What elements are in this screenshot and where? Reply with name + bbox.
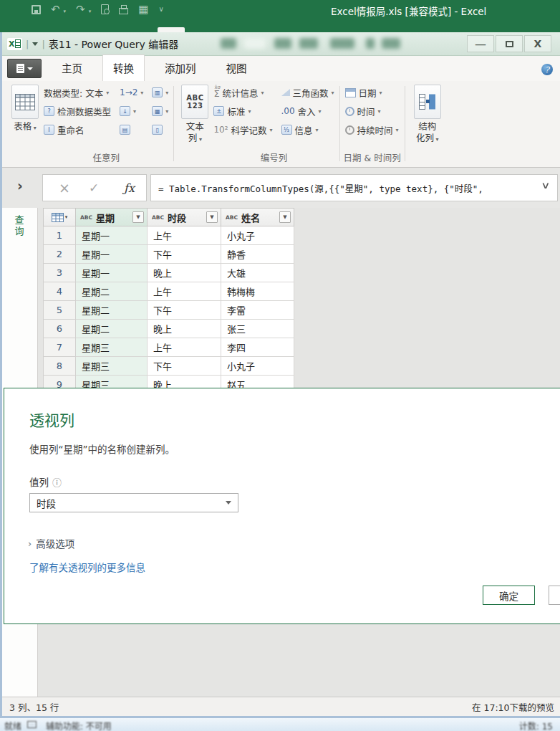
filter-dropdown-icon[interactable]: ▼: [279, 211, 291, 223]
advanced-options-toggle[interactable]: › 高级选项: [28, 536, 560, 550]
cell[interactable]: 上午: [148, 226, 221, 245]
detect-type-button[interactable]: ?检测数据类型: [42, 103, 112, 119]
formula-input[interactable]: = Table.TransformColumnTypes(源,{{"星期", t…: [150, 174, 558, 201]
cell[interactable]: 星期二: [76, 282, 148, 301]
column-header-period[interactable]: ABC 时段 ▼: [148, 208, 221, 226]
cell[interactable]: 星期三: [76, 338, 148, 357]
maximize-button[interactable]: [496, 35, 523, 52]
file-menu-button[interactable]: [7, 59, 42, 78]
file-menu-icon: [16, 64, 24, 73]
select-all-button[interactable]: ▾: [43, 208, 76, 226]
row-number[interactable]: 4: [43, 282, 76, 301]
minimize-button[interactable]: —: [467, 35, 494, 52]
cell[interactable]: 韩梅梅: [221, 282, 294, 301]
row-number[interactable]: 6: [43, 320, 76, 338]
cell[interactable]: 上午: [148, 338, 221, 357]
tab-transform[interactable]: 转换: [102, 54, 145, 81]
information-button[interactable]: ⅓信息▾: [280, 122, 336, 138]
cell[interactable]: 星期三: [76, 376, 148, 388]
data-type-button[interactable]: 数据类型: 文本▾: [42, 85, 112, 100]
pivot-column-button[interactable]: ▦▾: [150, 103, 170, 119]
column-header-weekday[interactable]: ABC 星期 ▼: [76, 208, 148, 226]
close-button[interactable]: X: [524, 35, 551, 52]
trigonometry-button[interactable]: 三角函数▾: [280, 85, 336, 100]
cell[interactable]: 小丸子: [221, 226, 294, 245]
cell[interactable]: 星期二: [76, 320, 148, 338]
scientific-button[interactable]: 10²科学记数▾: [212, 122, 274, 138]
cell[interactable]: 张三: [221, 320, 294, 338]
cell[interactable]: 赵五: [221, 376, 294, 388]
cell[interactable]: 星期三: [76, 357, 148, 376]
accept-formula-icon[interactable]: ✓: [89, 181, 99, 195]
cell[interactable]: 李雷: [221, 301, 294, 320]
undo-icon[interactable]: ↶: [51, 3, 60, 16]
row-number[interactable]: 7: [43, 338, 76, 357]
row-number[interactable]: 3: [43, 264, 76, 282]
redo-icon[interactable]: ↷: [76, 3, 85, 16]
print-settings-icon[interactable]: [119, 8, 128, 14]
cell[interactable]: 晚上: [148, 264, 221, 282]
redo-dropdown-icon[interactable]: ▾: [89, 9, 92, 16]
row-number[interactable]: 9: [43, 376, 76, 388]
rename-button[interactable]: I重命名: [42, 122, 112, 138]
cell[interactable]: 星期一: [76, 264, 148, 282]
expand-formula-chevron-icon[interactable]: ∨: [541, 180, 550, 191]
cell[interactable]: 星期一: [76, 245, 148, 264]
row-number[interactable]: 8: [43, 357, 76, 376]
blurred-blob: [366, 38, 375, 49]
help-icon[interactable]: ?: [541, 64, 553, 75]
fill-button[interactable]: ↓▾: [118, 103, 145, 119]
cell[interactable]: 下午: [148, 301, 221, 320]
value-column-select[interactable]: 时段: [29, 493, 238, 512]
titlebar-dropdown-icon[interactable]: [32, 42, 38, 46]
pq-window-title: 表11 - Power Query 编辑器: [49, 37, 179, 51]
cell[interactable]: 小丸子: [221, 357, 294, 376]
ok-button[interactable]: 确定: [483, 586, 535, 605]
cell[interactable]: 李四: [221, 338, 294, 357]
save-icon[interactable]: [32, 5, 41, 14]
tab-add-column[interactable]: 添加列: [155, 55, 206, 81]
structured-column-menu-button[interactable]: 结构化列: [409, 85, 446, 166]
cell[interactable]: 下午: [148, 245, 221, 264]
date-button[interactable]: 日期▾: [344, 85, 401, 100]
table-menu-button[interactable]: 表格: [8, 85, 42, 166]
cell[interactable]: 静香: [221, 245, 294, 264]
expand-queries-pane-arrow[interactable]: ›: [17, 178, 23, 194]
learn-more-link[interactable]: 了解有关透视列的更多信息: [29, 560, 145, 574]
cell[interactable]: 晚上: [148, 320, 221, 338]
row-number[interactable]: 5: [43, 301, 76, 320]
row-number[interactable]: 2: [43, 245, 76, 264]
time-button[interactable]: 时间▾: [344, 103, 401, 119]
table-borders-icon[interactable]: ▦: [138, 3, 148, 16]
move-button[interactable]: ▤: [118, 122, 145, 138]
cell[interactable]: 下午: [148, 357, 221, 376]
fill-icon: ↓: [120, 106, 130, 116]
unpivot-columns-button[interactable]: ▥▾: [150, 85, 170, 100]
undo-dropdown-icon[interactable]: ▾: [64, 9, 67, 16]
cell[interactable]: 星期二: [76, 301, 148, 320]
convert-to-list-button[interactable]: ▯: [150, 122, 170, 138]
print-preview-icon[interactable]: [101, 4, 109, 14]
cell[interactable]: 上午: [148, 282, 221, 301]
customize-qat-icon[interactable]: ∨: [158, 3, 163, 16]
chevron-right-icon: ›: [28, 538, 32, 549]
rounding-button[interactable]: .00舍入▾: [280, 103, 336, 119]
filter-dropdown-icon[interactable]: ▼: [206, 211, 218, 223]
cell[interactable]: 晚上: [148, 376, 221, 388]
tab-home[interactable]: 主页: [52, 55, 92, 81]
accessibility-status: 辅助功能: 不可用: [46, 720, 112, 731]
filter-dropdown-icon[interactable]: ▼: [132, 211, 144, 223]
replace-values-button[interactable]: 1→2▾: [118, 85, 145, 100]
row-number[interactable]: 1: [43, 226, 76, 245]
cancel-formula-icon[interactable]: ×: [59, 180, 70, 196]
tab-view[interactable]: 视图: [216, 55, 257, 81]
column-header-name[interactable]: ABC 姓名 ▼: [221, 208, 294, 226]
text-column-menu-button[interactable]: ABC123 文本列: [178, 85, 212, 166]
duration-button[interactable]: 持续时间▾: [344, 122, 401, 138]
statistics-button[interactable]: x̄σΣ统计信息▾: [212, 85, 274, 100]
cell[interactable]: 星期一: [76, 226, 148, 245]
chevron-down-icon: ▾: [248, 108, 251, 115]
cell[interactable]: 大雄: [221, 264, 294, 282]
standard-button[interactable]: ±标准▾: [212, 103, 274, 119]
cancel-button-clipped[interactable]: [549, 586, 560, 605]
